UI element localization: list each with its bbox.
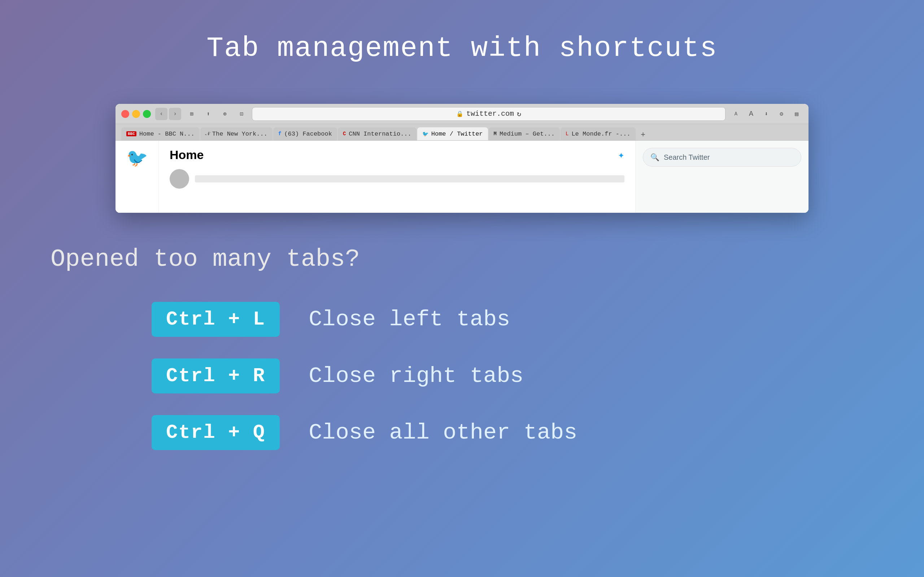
shortcut-row-ctrl-r: Ctrl + R Close right tabs: [152, 358, 874, 393]
avatar: [170, 169, 189, 189]
tab-nyt[interactable]: 𝒩 The New York...: [200, 127, 273, 140]
sidebar-button[interactable]: ▤: [790, 108, 803, 120]
tab-facebook-label: (63) Facebook: [284, 131, 332, 137]
maximize-button[interactable]: [143, 110, 151, 118]
browser-content: 🐦 Home ✦ 🔍 Search Twitter: [115, 141, 809, 213]
shortcuts-container: Ctrl + L Close left tabs Ctrl + R Close …: [50, 302, 874, 450]
toolbar-right: A A ⬇ ⚙ ▤: [730, 108, 803, 120]
download-button[interactable]: ⬇: [760, 108, 772, 120]
search-icon: 🔍: [650, 153, 659, 161]
shortcut-row-ctrl-q: Ctrl + Q Close all other tabs: [152, 415, 874, 450]
reader-mode-button[interactable]: ⊡: [235, 108, 247, 120]
shortcut-key-ctrl-r: Ctrl + R: [152, 358, 280, 393]
settings-button[interactable]: ⚙: [775, 108, 788, 120]
tab-medium-label: Medium – Get...: [499, 131, 555, 137]
tab-nyt-label: The New York...: [212, 131, 267, 137]
tab-cnn[interactable]: C CNN Internatio...: [338, 127, 417, 140]
tab-facebook[interactable]: f (63) Facebook: [273, 127, 337, 140]
browser-toolbar: ‹ › ⊞ ⬆ ⊕ ⊡ 🔒 twitter.com ↻ A A ⬇ ⚙ ▤: [115, 104, 809, 124]
reload-icon: ↻: [517, 109, 521, 118]
twitter-main-content: Home ✦: [159, 141, 635, 213]
browser-window: ‹ › ⊞ ⬆ ⊕ ⊡ 🔒 twitter.com ↻ A A ⬇ ⚙ ▤ BB…: [115, 104, 809, 213]
share-button[interactable]: ⬆: [202, 108, 215, 120]
tab-bbc[interactable]: BBC Home - BBC N...: [121, 127, 200, 140]
twitter-logo-icon: 🐦: [126, 148, 148, 169]
tab-twitter-label: Home / Twitter: [431, 131, 483, 137]
tab-lemonde[interactable]: L Le Monde.fr -...: [561, 127, 636, 140]
shortcut-row-ctrl-l: Ctrl + L Close left tabs: [152, 302, 874, 337]
tab-cnn-label: CNN Internatio...: [349, 131, 411, 137]
search-twitter-placeholder: Search Twitter: [664, 153, 709, 161]
twitter-content-row: [170, 169, 624, 189]
sparkle-icon[interactable]: ✦: [618, 148, 624, 161]
extensions-button[interactable]: ⊕: [219, 108, 231, 120]
search-twitter-input[interactable]: 🔍 Search Twitter: [643, 148, 801, 167]
tab-cnn-favicon: C: [343, 131, 346, 137]
shortcut-description-ctrl-r: Close right tabs: [309, 363, 523, 389]
tab-twitter-favicon: 🐦: [422, 131, 428, 137]
tab-lemonde-favicon: L: [565, 131, 569, 137]
tab-facebook-favicon: f: [278, 131, 281, 137]
font-size-small-button[interactable]: A: [730, 108, 742, 120]
tab-bbc-favicon: BBC: [126, 131, 136, 136]
twitter-home-header: Home ✦: [170, 148, 624, 162]
twitter-search-area: 🔍 Search Twitter: [635, 141, 809, 213]
forward-button[interactable]: ›: [169, 108, 181, 120]
shortcut-description-ctrl-q: Close all other tabs: [309, 420, 577, 445]
twitter-sidebar: 🐦: [115, 141, 159, 213]
tab-twitter[interactable]: 🐦 Home / Twitter: [417, 127, 488, 140]
minimize-button[interactable]: [132, 110, 140, 118]
back-button[interactable]: ‹: [155, 108, 168, 120]
tab-bbc-label: Home - BBC N...: [139, 131, 195, 137]
tab-lemonde-label: Le Monde.fr -...: [571, 131, 630, 137]
content-placeholder-bar: [195, 175, 624, 182]
bottom-section: Opened too many tabs? Ctrl + L Close lef…: [0, 245, 924, 450]
new-tab-button[interactable]: +: [638, 129, 649, 140]
font-size-large-button[interactable]: A: [745, 108, 757, 120]
tabs-bar: BBC Home - BBC N... 𝒩 The New York... f …: [115, 124, 809, 141]
shortcut-description-ctrl-l: Close left tabs: [309, 306, 510, 332]
tab-medium[interactable]: M Medium – Get...: [489, 127, 560, 140]
address-bar[interactable]: 🔒 twitter.com ↻: [252, 107, 725, 121]
traffic-lights: [121, 110, 151, 118]
nav-buttons: ‹ ›: [155, 108, 181, 120]
opened-tabs-question: Opened too many tabs?: [50, 245, 874, 273]
tab-medium-favicon: M: [494, 131, 497, 137]
lock-icon: 🔒: [456, 110, 464, 118]
close-button[interactable]: [121, 110, 129, 118]
shortcut-key-ctrl-q: Ctrl + Q: [152, 415, 280, 450]
shortcut-key-ctrl-l: Ctrl + L: [152, 302, 280, 337]
tab-nyt-favicon: 𝒩: [205, 131, 209, 137]
address-text: twitter.com: [466, 110, 514, 118]
twitter-home-title: Home: [170, 148, 204, 162]
sidebar-toggle-button[interactable]: ⊞: [186, 108, 198, 120]
page-title: Tab management with shortcuts: [207, 32, 717, 64]
